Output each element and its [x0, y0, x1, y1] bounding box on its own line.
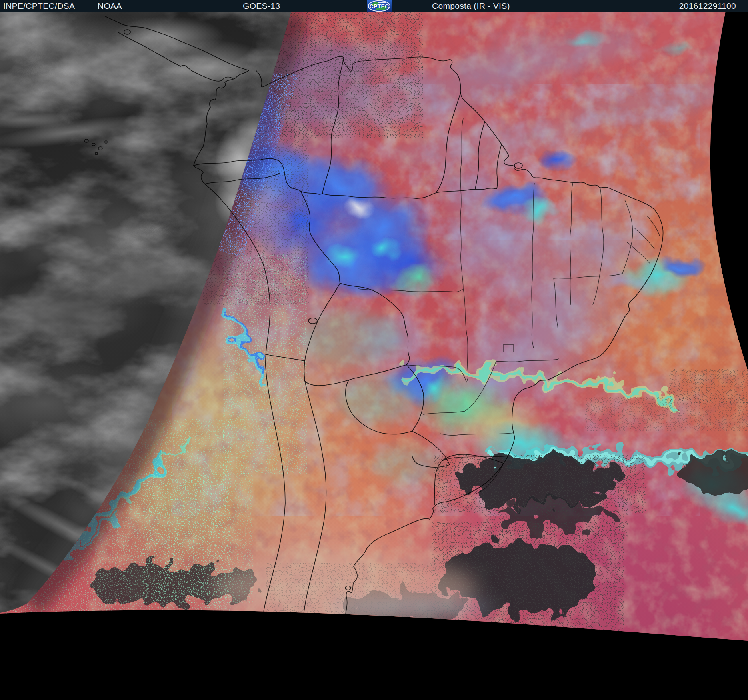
timestamp-label: 201612291100	[656, 0, 736, 12]
satellite-product-screen: INPE/CPTEC/DSA NOAA GOES-13 CPTEC Compos…	[0, 0, 748, 700]
agency-label: NOAA	[98, 0, 122, 12]
logo-text: CPTEC	[370, 3, 389, 10]
title-bar: INPE/CPTEC/DSA NOAA GOES-13 CPTEC Compos…	[0, 0, 748, 12]
green-speckle-andes	[230, 272, 300, 456]
cptec-logo-icon: CPTEC	[367, 0, 392, 12]
product-label: Composta (IR - VIS)	[432, 0, 510, 12]
scan-swath	[0, 11, 748, 648]
satellite-image	[0, 0, 748, 700]
source-label: INPE/CPTEC/DSA	[3, 0, 75, 12]
satellite-label: GOES-13	[243, 0, 280, 12]
